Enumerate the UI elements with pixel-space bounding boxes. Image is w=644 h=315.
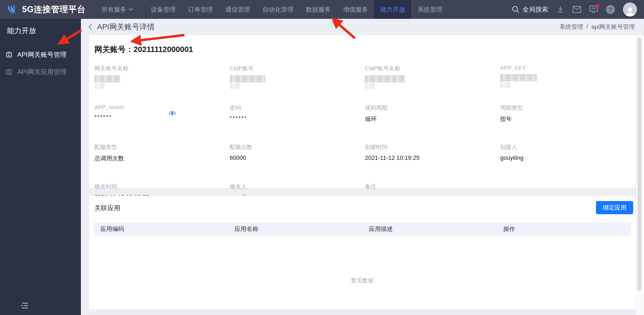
download-icon[interactable] <box>556 5 564 13</box>
sidebar-item-label: API网关账号管理 <box>17 50 67 59</box>
field-label: 规则周期 <box>365 104 500 112</box>
field-creator: 创建人 gouyiling <box>500 136 636 176</box>
column-header-app-name: 应用名称 <box>228 225 362 233</box>
top-navbar: 5G连接管理平台 所有服务 设备管理 订单管理 通信管理 自动化管理 数据服务 … <box>0 0 644 19</box>
nav-item-capability-open[interactable]: 能力开放 <box>374 0 411 19</box>
brand[interactable]: 5G连接管理平台 <box>0 3 95 16</box>
nav-item-label: 所有服务 <box>101 5 126 14</box>
field-value: ****** <box>230 115 365 121</box>
redacted-value-tail <box>365 83 375 89</box>
user-avatar[interactable] <box>623 2 637 16</box>
field-value: 循环 <box>365 115 500 123</box>
detail-field-grid: 网关账号名称 CMP账号 CMP账号名称 <box>89 55 635 215</box>
field-app-key: APP_KEY <box>500 58 636 97</box>
field-rule-cycle: 规则周期 循环 <box>365 97 500 136</box>
field-label: CMP账号名称 <box>365 65 500 72</box>
notification-dot <box>596 4 600 7</box>
nav-item-value-added[interactable]: 增值服务 <box>337 0 374 19</box>
eye-icon[interactable] <box>169 110 176 117</box>
bind-app-button[interactable]: 绑定应用 <box>596 201 633 214</box>
field-quota-type: 配额类型 总调用次数 <box>94 136 230 176</box>
field-password: 密码 ****** <box>230 97 365 136</box>
nav-item-automation[interactable]: 自动化管理 <box>256 0 300 19</box>
nav-item-order[interactable]: 订单管理 <box>182 0 219 19</box>
primary-nav: 所有服务 设备管理 订单管理 通信管理 自动化管理 数据服务 增值服务 能力开放… <box>95 0 448 19</box>
field-label: 配额次数 <box>230 143 365 151</box>
field-value: 按年 <box>500 115 636 123</box>
breadcrumb-current: api网关账号管理 <box>591 23 635 31</box>
column-header-app-code: 应用编码 <box>94 225 228 233</box>
breadcrumb: 系统管理 / api网关账号管理 <box>560 23 635 31</box>
column-header-app-description: 应用描述 <box>362 225 497 233</box>
redacted-value <box>230 75 265 82</box>
field-label: APP_KEY <box>500 65 636 71</box>
breadcrumb-parent[interactable]: 系统管理 <box>560 23 583 31</box>
field-app-secret: APP_screct ****** <box>94 97 230 136</box>
breadcrumb-separator: / <box>587 23 588 31</box>
sidebar-item-api-gateway-app[interactable]: API网关应用管理 <box>0 63 81 81</box>
back-button[interactable] <box>87 23 93 31</box>
field-create-time: 创建时间 2021-11-12 10:19:25 <box>365 136 500 176</box>
nav-item-data-service[interactable]: 数据服务 <box>300 0 337 19</box>
field-label: 备注 <box>365 183 500 190</box>
app-root: 5G连接管理平台 所有服务 设备管理 订单管理 通信管理 自动化管理 数据服务 … <box>0 0 644 315</box>
clipboard-icon <box>5 68 13 76</box>
collapse-sidebar-button[interactable] <box>20 302 30 311</box>
redacted-value <box>500 74 537 81</box>
sidebar-menu: API网关账号管理 API网关应用管理 <box>0 42 81 81</box>
field-label: 创建人 <box>500 143 636 151</box>
monitor-activity-icon[interactable] <box>589 5 598 13</box>
field-label: 修改人 <box>230 183 365 190</box>
field-value: ****** <box>94 114 230 120</box>
mail-icon[interactable] <box>573 6 581 13</box>
field-label: 周期类型 <box>500 104 636 112</box>
field-value: gouyiling <box>500 154 636 161</box>
help-icon[interactable]: ? <box>606 5 615 14</box>
related-apps-table-header: 应用编码 应用名称 应用描述 操作 <box>94 222 631 236</box>
gateway-account-detail-card: 网关账号：20211112000001 网关账号名称 CMP账号 <box>89 35 635 188</box>
nav-item-system[interactable]: 系统管理 <box>411 0 448 19</box>
field-label: 修改时间 <box>94 183 230 190</box>
search-icon <box>512 5 520 13</box>
field-cycle-type: 周期类型 按年 <box>500 97 636 136</box>
redacted-value-tail <box>230 83 240 89</box>
gateway-account-title: 网关账号：20211112000001 <box>94 44 635 55</box>
scrollbar-thumb[interactable] <box>638 38 641 291</box>
empty-state-text: 暂无数据 <box>89 277 635 284</box>
sidebar-item-api-gateway-account[interactable]: API网关账号管理 <box>0 46 81 63</box>
related-apps-title: 关联应用 <box>94 204 120 212</box>
redacted-value-tail <box>500 82 511 88</box>
redacted-value-tail <box>94 83 105 89</box>
sidebar-item-label: API网关应用管理 <box>17 68 67 76</box>
sidebar: 能力开放 API网关账号管理 API网关应用管理 <box>0 19 81 315</box>
brand-logo-icon <box>6 3 18 16</box>
brand-title: 5G连接管理平台 <box>22 4 85 15</box>
field-label: 创建时间 <box>365 143 500 151</box>
field-label: CMP账号 <box>230 65 365 72</box>
page-header: API网关账号详情 系统管理 / api网关账号管理 <box>81 19 644 35</box>
field-label: 配额类型 <box>94 143 230 151</box>
related-apps-card: 关联应用 绑定应用 应用编码 应用名称 应用描述 操作 暂无数据 <box>89 196 635 309</box>
global-search[interactable]: 全局搜索 <box>512 5 548 14</box>
nav-item-communication[interactable]: 通信管理 <box>219 0 256 19</box>
field-label: 密码 <box>230 104 365 112</box>
related-apps-header: 关联应用 绑定应用 <box>89 196 635 214</box>
field-label: 网关账号名称 <box>94 65 230 72</box>
page-title: API网关账号详情 <box>97 22 155 32</box>
nav-item-all-services[interactable]: 所有服务 <box>95 0 140 19</box>
field-value: 60000 <box>230 154 365 161</box>
redacted-value <box>365 75 405 82</box>
scrollbar-track[interactable] <box>636 35 644 315</box>
nav-item-device[interactable]: 设备管理 <box>145 0 182 19</box>
field-value: 2021-11-12 10:19:25 <box>365 154 500 161</box>
redacted-value <box>94 75 120 82</box>
main-content: API网关账号详情 系统管理 / api网关账号管理 网关账号：20211112… <box>81 19 644 315</box>
field-value: 总调用次数 <box>94 154 230 162</box>
field-quota-count: 配额次数 60000 <box>230 136 365 176</box>
column-header-actions: 操作 <box>497 225 631 233</box>
field-label: APP_screct <box>94 104 230 110</box>
navbar-utilities: 全局搜索 ? <box>512 2 644 16</box>
field-cmp-account: CMP账号 <box>230 58 365 97</box>
clipboard-icon <box>5 51 13 58</box>
field-gateway-account-name: 网关账号名称 <box>94 58 230 97</box>
